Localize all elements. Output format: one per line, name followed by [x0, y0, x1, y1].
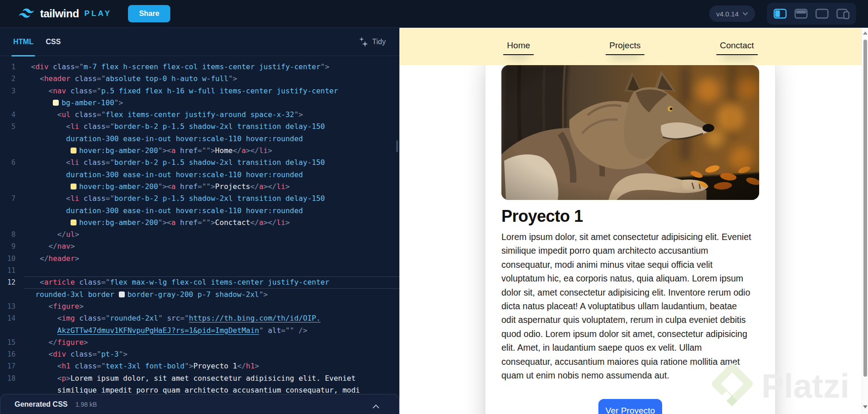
- paragraph-line: odit aspernatur quis voluptatem, rerum i…: [501, 313, 759, 327]
- code-row[interactable]: 6 <li class="border-b-2 p-1.5 shadow-2xl…: [0, 157, 399, 169]
- line-number: 14: [0, 312, 18, 324]
- code-line-text: bg-amber-100">: [31, 97, 123, 109]
- code-row[interactable]: duration-300 ease-in-out hover:scale-110…: [0, 133, 399, 145]
- scroll-down-arrow-icon[interactable]: [863, 405, 868, 409]
- chevron-up-icon[interactable]: [373, 402, 379, 410]
- line-number: [0, 181, 18, 193]
- tab-html[interactable]: HTML: [13, 28, 33, 56]
- code-row[interactable]: 18 <p>Lorem ipsum dolor, sit amet consec…: [0, 373, 399, 384]
- code-row[interactable]: 5 <li class="border-b-2 p-1.5 shadow-2xl…: [0, 121, 399, 133]
- preview-nav-item[interactable]: Projects: [606, 38, 644, 55]
- layout-split-horizontal-icon[interactable]: [794, 8, 808, 19]
- preview-scrollbar-thumb[interactable]: [863, 40, 867, 377]
- code-row[interactable]: 11: [0, 265, 399, 276]
- code-row[interactable]: 3 <nav class="p.5 fixed flex h-16 w-full…: [0, 85, 399, 97]
- code-line-text: hover:bg-amber-200"><a href="">Home</a><…: [31, 145, 272, 157]
- share-button[interactable]: Share: [128, 5, 170, 22]
- code-row[interactable]: 9 </nav>: [0, 240, 399, 252]
- line-number: [0, 384, 18, 394]
- line-number: 8: [0, 229, 18, 240]
- line-number: [0, 133, 18, 145]
- code-row[interactable]: 8 </ul>: [0, 229, 399, 240]
- preview-pane: Proyecto 1 Lorem ipsum dolor, sit amet c…: [399, 28, 868, 414]
- layout-responsive-icon[interactable]: [836, 8, 850, 19]
- code-line-text: </nav>: [31, 240, 75, 252]
- code-line-text: <img class="rounded-2xl" src="https://th…: [31, 312, 321, 324]
- code-row[interactable]: 4 <ul class="flex items-center justify-a…: [0, 109, 399, 121]
- editor-pane: HTML CSS Tidy 1<div class="m-7 flex h-sc…: [0, 28, 399, 414]
- generated-css-bar[interactable]: Generated CSS 1.98 kB: [0, 394, 399, 414]
- code-row[interactable]: 12 <article class="flex max-w-lg flex-co…: [0, 276, 399, 288]
- brand-play: PLAY: [84, 9, 112, 18]
- line-number: [0, 97, 18, 109]
- topbar-right: v4.0.14: [709, 3, 856, 25]
- code-line-text: rounded-3xl border border-gray-200 p-7 s…: [31, 289, 268, 301]
- line-number: 2: [0, 73, 18, 85]
- version-select[interactable]: v4.0.14: [709, 5, 755, 22]
- wolf-photo: [501, 65, 759, 200]
- code-line-text: <div class="pt-3">: [31, 348, 128, 360]
- layout-split-vertical-icon[interactable]: [773, 8, 787, 19]
- layout-preview-only-icon[interactable]: [815, 8, 829, 19]
- code-row[interactable]: 7 <li class="border-b-2 p-1.5 shadow-2xl…: [0, 193, 399, 204]
- line-number: 17: [0, 360, 18, 372]
- tidy-button[interactable]: Tidy: [359, 28, 386, 56]
- code-line-text: hover:bg-amber-200"><a href="">Projects<…: [31, 181, 290, 193]
- code-rows: 1<div class="m-7 flex h-screen flex-col …: [0, 61, 399, 394]
- code-row[interactable]: 17 <h1 class="text-3xl font-bold">Proyec…: [0, 360, 399, 372]
- paragraph-line: quod odio. Lorem ipsum dolor sit amet, c…: [501, 327, 759, 341]
- tab-css[interactable]: CSS: [46, 28, 61, 56]
- code-row[interactable]: hover:bg-amber-200"><a href="">Projects<…: [0, 181, 399, 193]
- code-line-text: </figure>: [31, 337, 88, 348]
- line-number: 4: [0, 109, 18, 121]
- line-number: 10: [0, 253, 18, 265]
- code-row[interactable]: hover:bg-amber-200"><a href="">Conctact<…: [0, 217, 399, 229]
- code-row[interactable]: 2 <header class="absolute top-0 h-auto w…: [0, 73, 399, 85]
- version-label: v4.0.14: [716, 10, 739, 18]
- code-row[interactable]: 16 <div class="pt-3">: [0, 348, 399, 360]
- line-number: 7: [0, 193, 18, 204]
- code-line-text: <header class="absolute top-0 h-auto w-f…: [31, 73, 237, 85]
- paragraph-line: elit. Amet, in laudantium saepe quos ex …: [501, 341, 759, 354]
- preview-nav-item[interactable]: Conctact: [716, 38, 758, 55]
- code-row[interactable]: 13 <figure>: [0, 301, 399, 312]
- code-line-text: hover:bg-amber-200"><a href="">Conctact<…: [31, 217, 290, 229]
- code-line-text: <div class="m-7 flex h-screen flex-col i…: [31, 61, 329, 73]
- generated-css-size: 1.98 kB: [75, 401, 97, 408]
- color-swatch-icon: [119, 291, 125, 297]
- editor-scrollbar-thumb[interactable]: [396, 140, 398, 152]
- code-row[interactable]: duration-300 ease-in-out hover:scale-110…: [0, 169, 399, 181]
- code-line-text: <li class="border-b-2 p-1.5 shadow-2xl t…: [31, 157, 325, 169]
- code-line-text: <h1 class="text-3xl font-bold">Proyecto …: [31, 360, 259, 372]
- paragraph-line: dicta natus placeat! A voluptatibus ulla…: [501, 299, 759, 313]
- code-row[interactable]: 1<div class="m-7 flex h-screen flex-col …: [0, 61, 399, 73]
- line-number: [0, 169, 18, 181]
- code-line-text: </ul>: [31, 229, 79, 240]
- preview-nav-item[interactable]: Home: [503, 38, 534, 55]
- code-line-text: <li class="border-b-2 p-1.5 shadow-2xl t…: [31, 121, 325, 133]
- code-line-text: duration-300 ease-in-out hover:scale-110…: [31, 133, 303, 145]
- code-row[interactable]: 10 </header>: [0, 253, 399, 265]
- code-row[interactable]: hover:bg-amber-200"><a href="">Home</a><…: [0, 145, 399, 157]
- code-row[interactable]: duration-300 ease-in-out hover:scale-110…: [0, 205, 399, 217]
- code-editor[interactable]: 1<div class="m-7 flex h-screen flex-col …: [0, 56, 399, 394]
- preview-nav-list: HomeProjectsConctact: [503, 38, 757, 55]
- code-row[interactable]: similique impedit porro quam architecto …: [0, 384, 399, 394]
- code-row[interactable]: rounded-3xl border border-gray-200 p-7 s…: [0, 289, 399, 301]
- code-row[interactable]: bg-amber-100">: [0, 97, 399, 109]
- code-line-text: <p>Lorem ipsum dolor, sit amet consectet…: [31, 373, 356, 384]
- code-row[interactable]: 15 </figure>: [0, 337, 399, 348]
- code-row[interactable]: 14 <img class="rounded-2xl" src="https:/…: [0, 312, 399, 324]
- brand[interactable]: tailwind PLAY: [17, 7, 112, 20]
- paragraph-line: similique impedit porro quam architecto …: [501, 244, 759, 257]
- code-line-text: duration-300 ease-in-out hover:scale-110…: [31, 169, 303, 181]
- preview-scrollbar[interactable]: [862, 28, 868, 414]
- color-swatch-icon: [71, 184, 77, 189]
- ver-proyecto-button[interactable]: Ver Proyecto: [598, 399, 662, 414]
- color-swatch-icon: [71, 220, 77, 225]
- line-number: [0, 217, 18, 229]
- line-number: [0, 289, 18, 301]
- scroll-up-arrow-icon[interactable]: [863, 31, 868, 35]
- code-row[interactable]: AkzGTTw47dmuv1KFNvpuPgHaEJ?rs=1&pid=ImgD…: [0, 325, 399, 337]
- topbar: tailwind PLAY Share v4.0.14: [0, 0, 868, 28]
